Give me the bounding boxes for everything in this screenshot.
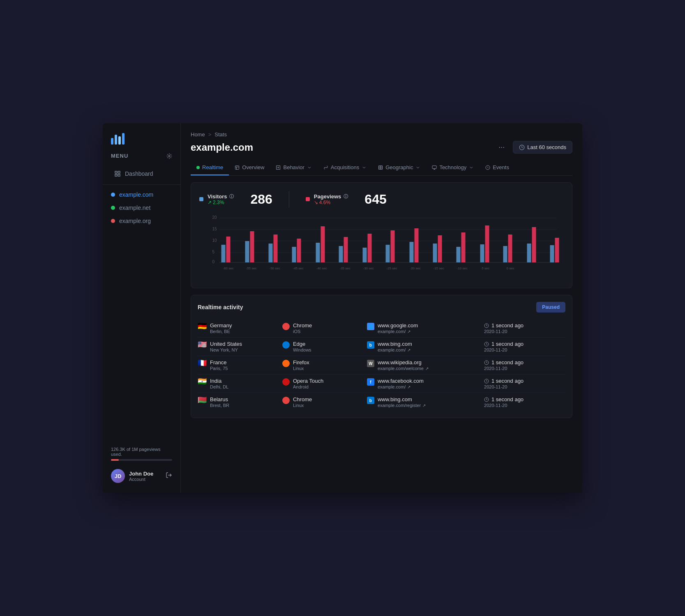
flag-icon: 🇩🇪 <box>198 322 207 330</box>
svg-rect-6 <box>235 165 239 169</box>
page-path: example.com/register ↗ <box>378 403 426 408</box>
svg-rect-1 <box>115 171 117 173</box>
time-ago: 1 second ago <box>484 359 524 365</box>
clock-small-icon <box>484 379 489 384</box>
sidebar-item-example-com[interactable]: example.com <box>103 188 180 201</box>
activity-col-referrer: 🌐 www.google.com example.com/ ↗ <box>367 322 481 334</box>
svg-rect-3 <box>115 174 117 176</box>
svg-rect-43 <box>485 225 489 262</box>
svg-rect-44 <box>503 246 507 262</box>
main-content: Home > Stats example.com ··· Last 60 sec… <box>181 123 582 493</box>
browser-icon <box>282 341 290 349</box>
sidebar-item-dashboard[interactable]: Dashboard <box>106 167 177 181</box>
clock-small-icon <box>484 360 489 365</box>
svg-rect-49 <box>555 238 559 262</box>
clock-small-icon <box>484 342 489 347</box>
visitors-info-icon[interactable]: ⓘ <box>229 193 234 200</box>
referrer-icon: W <box>367 360 374 367</box>
pageviews-change: ↘ 4.6% <box>314 200 348 205</box>
settings-icon[interactable] <box>166 153 172 159</box>
pageviews-info-icon[interactable]: ⓘ <box>344 193 348 200</box>
svg-rect-42 <box>480 244 484 262</box>
sidebar-item-example-org[interactable]: example.org <box>103 214 180 228</box>
svg-rect-27 <box>297 239 301 262</box>
sidebar-item-example-net[interactable]: example.net <box>103 201 180 214</box>
svg-rect-2 <box>118 171 120 173</box>
svg-rect-28 <box>316 243 320 262</box>
tab-behavior[interactable]: Behavior <box>270 160 317 175</box>
svg-text:-45 sec: -45 sec <box>293 267 304 270</box>
svg-text:-55 sec: -55 sec <box>246 267 257 270</box>
page-title: example.com <box>191 142 253 153</box>
svg-point-0 <box>168 155 170 157</box>
paused-button[interactable]: Paused <box>536 302 565 313</box>
activity-col-referrer: b www.bing.com example.com/ ↗ <box>367 341 481 352</box>
tab-events[interactable]: Events <box>480 160 515 175</box>
page-path: example.com/ ↗ <box>378 384 424 389</box>
chevron-down-icon4 <box>469 165 474 170</box>
svg-rect-26 <box>292 247 296 262</box>
svg-rect-34 <box>386 245 390 262</box>
table-row: 🇮🇳 India Delhi, DL Opera Touch Android f… <box>198 375 565 393</box>
activity-col-time: 1 second ago 2020-11-20 <box>484 322 565 334</box>
browser-name: Firefox <box>293 359 309 365</box>
external-link-icon: ↗ <box>425 366 429 371</box>
sidebar-bottom: 126.3K of 1M pageviews used. JD John Doe… <box>103 439 180 493</box>
breadcrumb-separator: > <box>208 131 212 138</box>
svg-text:-30 sec: -30 sec <box>363 267 374 270</box>
user-section[interactable]: JD John Doe Account <box>108 466 175 486</box>
breadcrumb-home[interactable]: Home <box>191 131 205 138</box>
svg-text:-25 sec: -25 sec <box>387 267 397 270</box>
svg-rect-32 <box>363 248 367 262</box>
logo-icon <box>111 131 172 145</box>
visitors-change: ↗ 2.3% <box>208 200 234 205</box>
sidebar-nav: Dashboard <box>103 163 180 184</box>
date-value: 2020-11-20 <box>484 384 524 389</box>
time-filter-button[interactable]: Last 60 seconds <box>513 141 572 154</box>
tab-acquisitions[interactable]: Acquisitions <box>318 160 372 175</box>
activity-header: Realtime activity Paused <box>198 302 565 313</box>
clock-icon <box>519 145 525 150</box>
usage-bar-fill <box>111 459 119 461</box>
referrer-name: www.bing.com <box>378 396 426 402</box>
referrer-icon: f <box>367 378 374 386</box>
clock-small-icon <box>484 397 489 402</box>
city-name: Paris, 75 <box>210 366 228 371</box>
svg-rect-45 <box>508 234 512 262</box>
tab-technology[interactable]: Technology <box>426 160 480 175</box>
activity-col-time: 1 second ago 2020-11-20 <box>484 341 565 352</box>
tab-overview[interactable]: Overview <box>229 160 270 175</box>
svg-text:20: 20 <box>212 215 217 220</box>
browser-name: Chrome <box>293 322 312 329</box>
tab-geographic[interactable]: Geographic <box>372 160 426 175</box>
referrer-name: www.google.com <box>378 322 418 329</box>
logout-icon[interactable] <box>166 472 172 480</box>
svg-rect-20 <box>221 245 226 262</box>
site-dot-active <box>111 193 115 197</box>
flag-icon: 🇧🇾 <box>198 396 207 404</box>
more-options-button[interactable]: ··· <box>495 141 508 153</box>
events-icon <box>485 165 490 170</box>
country-name: India <box>210 378 228 384</box>
activity-card: Realtime activity Paused 🇩🇪 Germany Berl… <box>191 295 572 418</box>
table-row: 🇧🇾 Belarus Brest, BR Chrome Linux b www.… <box>198 393 565 411</box>
os-name: Android <box>293 384 323 389</box>
flag-icon: 🇮🇳 <box>198 378 207 385</box>
svg-rect-21 <box>226 237 231 262</box>
activity-col-country: 🇩🇪 Germany Berlin, BE <box>198 322 279 334</box>
page-path: example.com/ ↗ <box>378 329 418 334</box>
os-name: Windows <box>293 347 311 352</box>
avatar: JD <box>111 469 125 483</box>
activity-col-country: 🇮🇳 India Delhi, DL <box>198 378 279 389</box>
svg-rect-37 <box>415 228 419 262</box>
page-path: example.com/welcome ↗ <box>378 366 429 371</box>
browser-name: Chrome <box>293 396 312 402</box>
svg-rect-36 <box>410 242 414 262</box>
date-value: 2020-11-20 <box>484 347 524 352</box>
time-ago: 1 second ago <box>484 341 524 347</box>
breadcrumb-current: Stats <box>214 131 227 138</box>
table-row: 🇫🇷 France Paris, 75 Firefox Linux W www.… <box>198 356 565 375</box>
user-info: John Doe Account <box>129 471 161 482</box>
user-role: Account <box>129 477 161 482</box>
tab-realtime[interactable]: Realtime <box>191 160 229 175</box>
